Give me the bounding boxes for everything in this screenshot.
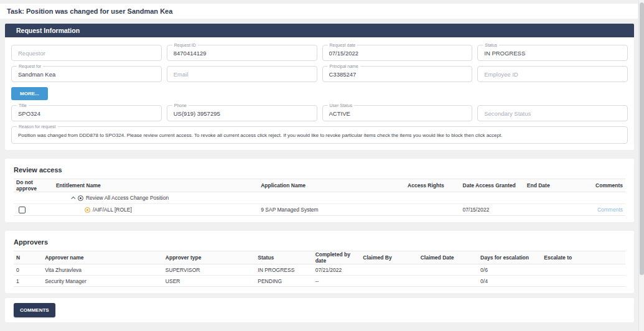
col-do-not-approve: Do not approve <box>14 179 54 192</box>
col-escalate-to: Escalate to <box>541 251 625 264</box>
col-claimed-by: Claimed By <box>360 251 418 264</box>
email-field[interactable] <box>167 66 317 82</box>
status-input[interactable] <box>478 45 627 60</box>
reason-for-request-field[interactable]: Reason for request <box>11 126 628 144</box>
role-icon <box>85 207 90 213</box>
scrollbar-thumb[interactable] <box>640 2 644 275</box>
approvers-title: Approvers <box>14 238 625 246</box>
approver-escalate-to <box>541 264 625 276</box>
request-information-panel: Request ID Request date Status Request f… <box>5 37 634 150</box>
approver-days-escalation: 0/6 <box>478 264 541 276</box>
entitlement-group-icon <box>78 195 83 201</box>
requestor-input[interactable] <box>12 45 161 60</box>
col-approver-type: Approver type <box>163 251 255 264</box>
approver-row: 1 Security Manager USER PENDING -- 0/4 <box>14 276 625 287</box>
col-comments: Comments <box>582 179 625 192</box>
secondary-status-field[interactable] <box>477 105 628 121</box>
review-access-row: /AIF/ALL [ROLE] 9 SAP Managed System 07/… <box>14 204 625 216</box>
approver-claimed-by <box>360 264 418 276</box>
vertical-scrollbar[interactable] <box>638 0 644 331</box>
employee-id-field[interactable] <box>477 66 628 82</box>
approvers-table: N Approver name Approver type Status Com… <box>14 251 625 287</box>
approver-days-escalation: 0/4 <box>478 276 541 287</box>
end-date <box>525 204 582 216</box>
request-id-field[interactable]: Request ID <box>167 45 317 61</box>
approver-claimed-date <box>418 264 478 276</box>
approver-name: Security Manager <box>42 276 163 287</box>
request-information-header: Request Information <box>5 24 634 37</box>
comments-panel: COMMENTS <box>5 298 634 322</box>
col-application-name: Application Name <box>258 179 405 192</box>
col-claimed-date: Claimed Date <box>418 251 478 264</box>
more-button[interactable]: MORE... <box>11 87 48 100</box>
approver-escalate-to <box>541 276 625 287</box>
col-date-access-granted: Date Access Granted <box>460 179 525 192</box>
col-completed-by-date: Completed by date <box>313 251 361 264</box>
request-for-label: Request for <box>17 64 43 69</box>
collapse-chevron-icon[interactable] <box>71 196 75 200</box>
approvers-panel: Approvers N Approver name Approver type … <box>5 231 634 293</box>
col-approver-name: Approver name <box>42 251 163 264</box>
title-field[interactable]: Title <box>11 105 162 121</box>
approver-completed-by: -- <box>313 276 361 287</box>
approver-type: SUPERVISOR <box>163 264 255 276</box>
col-end-date: End Date <box>525 179 582 192</box>
access-rights <box>405 204 460 216</box>
comments-link[interactable]: Comments <box>597 207 623 213</box>
request-for-field[interactable]: Request for <box>11 66 162 82</box>
request-id-label: Request ID <box>172 43 198 48</box>
title-input[interactable] <box>12 106 161 121</box>
requestor-field[interactable] <box>11 45 162 61</box>
application-name: 9 SAP Managed System <box>258 204 405 216</box>
principal-name-label: Principal name <box>328 64 360 69</box>
approvers-header-row: N Approver name Approver type Status Com… <box>14 251 625 264</box>
approver-claimed-date <box>418 276 478 287</box>
reason-for-request-input[interactable] <box>12 127 627 143</box>
approver-name: Vita Zhuravleva <box>42 264 163 276</box>
col-days-for-escalation: Days for escalation <box>478 251 541 264</box>
entitlement-group-name: Review All Access Change Position <box>86 195 169 201</box>
phone-field[interactable]: Phone <box>167 105 317 121</box>
approver-status: PENDING <box>255 276 312 287</box>
approver-n: 0 <box>14 264 42 276</box>
comments-button[interactable]: COMMENTS <box>14 303 55 317</box>
approver-type: USER <box>163 276 255 287</box>
approver-claimed-by <box>360 276 418 287</box>
status-field[interactable]: Status <box>477 45 628 61</box>
request-date-label: Request date <box>328 43 358 48</box>
phone-label: Phone <box>172 103 189 108</box>
secondary-status-input[interactable] <box>478 106 627 121</box>
approver-row: 0 Vita Zhuravleva SUPERVISOR IN PROGRESS… <box>14 264 625 276</box>
employee-id-input[interactable] <box>478 67 627 82</box>
approver-completed-by: 07/21/2022 <box>313 264 361 276</box>
status-label: Status <box>483 43 499 48</box>
entitlement-name: /AIF/ALL [ROLE] <box>93 207 132 213</box>
date-access-granted: 07/15/2022 <box>460 204 525 216</box>
email-input[interactable] <box>167 67 317 82</box>
title-label: Title <box>17 103 29 108</box>
user-status-label: User Status <box>328 103 355 108</box>
do-not-approve-checkbox[interactable] <box>19 207 26 213</box>
review-access-group-row: Review All Access Change Position <box>14 192 625 204</box>
approver-status: IN PROGRESS <box>255 264 312 276</box>
review-access-table: Do not approve Entitlement Name Applicat… <box>14 179 625 216</box>
phone-input[interactable] <box>167 106 317 121</box>
review-access-header-row: Do not approve Entitlement Name Applicat… <box>14 179 625 192</box>
col-entitlement-name: Entitlement Name <box>54 179 258 192</box>
review-access-title: Review access <box>14 166 625 174</box>
user-status-field[interactable]: User Status <box>322 105 473 121</box>
approver-n: 1 <box>14 276 42 287</box>
reason-for-request-label: Reason for request <box>17 124 58 129</box>
principal-name-field[interactable]: Principal name <box>322 66 473 82</box>
request-date-field[interactable]: Request date <box>322 45 473 61</box>
col-access-rights: Access Rights <box>405 179 460 192</box>
review-access-panel: Review access Do not approve Entitlement… <box>5 159 634 222</box>
col-status: Status <box>255 251 312 264</box>
task-title: Task: Position was changed for user Sand… <box>0 4 638 19</box>
col-n: N <box>14 251 42 264</box>
